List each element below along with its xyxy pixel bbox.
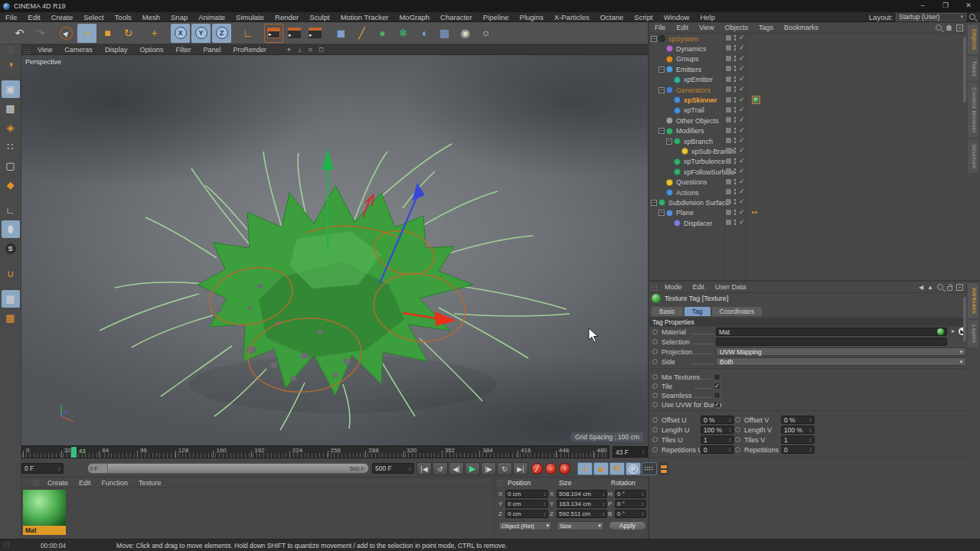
add-generator[interactable]: ● (373, 24, 392, 43)
keyframe-dot-icon[interactable] (735, 417, 740, 422)
layer-icon[interactable] (726, 66, 731, 71)
spinner-icon[interactable]: ↕ (729, 447, 732, 452)
tree-item-xpsystem[interactable]: −xpSystem✓ (649, 34, 963, 44)
key-parameter[interactable]: P (626, 462, 641, 475)
visibility-dots-icon[interactable] (733, 34, 737, 41)
visibility-dots-icon[interactable] (733, 198, 737, 205)
scale-tool[interactable]: ■ (98, 24, 117, 43)
keyframe-dot-icon[interactable] (652, 349, 658, 354)
tree-item-other-objects[interactable]: Other Objects✓ (649, 116, 963, 126)
tree-item-xpbranch[interactable]: −xpBranch✓ (649, 136, 963, 146)
goto-end[interactable]: ▶| (513, 462, 528, 475)
frame-range-slider[interactable]: 0 F 500 F (87, 463, 369, 474)
key-position[interactable]: + (577, 462, 593, 475)
menu-create[interactable]: Create (46, 13, 79, 21)
spinner-icon[interactable]: ↕ (809, 427, 812, 432)
tab-attributes[interactable]: Attributes (968, 283, 978, 318)
workplane-mode[interactable]: ◈ (2, 119, 20, 136)
mode-toolbar-grip[interactable] (7, 46, 14, 53)
mm-menu-texture[interactable]: Texture (133, 479, 167, 487)
rotation-h-field[interactable]: 0 °↕ (615, 490, 646, 498)
mm-menu-function[interactable]: Function (96, 479, 134, 487)
mix-textures-checkbox[interactable] (714, 373, 720, 380)
enabled-check-icon[interactable]: ✓ (739, 188, 745, 195)
om-menu-tags[interactable]: Tags (753, 24, 779, 31)
menu-tools[interactable]: Tools (109, 13, 137, 21)
autokeying[interactable]: ○ (545, 463, 557, 474)
keyframe-dot-icon[interactable] (652, 329, 658, 334)
spinner-icon[interactable]: ↕ (642, 511, 645, 517)
expander-icon[interactable]: − (658, 67, 665, 73)
enabled-check-icon[interactable]: ✓ (739, 76, 745, 83)
polygons-mode[interactable]: ◆ (2, 176, 20, 194)
tree-item-actions[interactable]: Actions✓ (649, 187, 963, 197)
am-menu-mode[interactable]: Mode (659, 283, 688, 291)
am-add-panel-icon[interactable]: + (956, 284, 963, 291)
spinner-icon[interactable]: ↕ (809, 417, 812, 422)
visibility-dots-icon[interactable] (733, 96, 737, 103)
rotation-b-field[interactable]: 0 °↕ (615, 510, 646, 518)
layer-icon[interactable] (726, 45, 731, 51)
visibility-dots-icon[interactable] (733, 106, 737, 113)
viewport-menu-display[interactable]: Display (99, 46, 134, 54)
lock-x-axis[interactable]: X (171, 24, 190, 43)
lock-y-axis[interactable]: Y (191, 24, 211, 43)
layer-icon[interactable] (726, 77, 731, 82)
menu-x-particles[interactable]: X-Particles (549, 13, 595, 21)
points-mode[interactable]: ∷ (2, 138, 20, 155)
viewport-menu-grip[interactable] (24, 48, 31, 55)
viewport-rotate[interactable]: ○ (306, 45, 315, 54)
start-frame-field[interactable]: 0 F ↕ (21, 463, 64, 474)
record-keyframe[interactable]: ╱ (531, 463, 543, 474)
add-primitive-cube[interactable]: ◼ (332, 24, 351, 43)
spinner-icon[interactable]: ↕ (642, 501, 645, 507)
offset-v-field[interactable]: 0 %↕ (781, 416, 815, 424)
keyframe-dot-icon[interactable] (652, 417, 658, 422)
am-scrollbar[interactable] (963, 297, 966, 341)
use-uvw-for-bump-checkbox[interactable]: ✓ (714, 401, 720, 408)
spinner-icon[interactable]: ↕ (642, 491, 645, 497)
menu-sculpt[interactable]: Sculpt (304, 13, 335, 21)
expander-icon[interactable]: − (658, 210, 665, 216)
viewport-toggle[interactable]: □ (317, 45, 325, 54)
lock-z-axis[interactable]: Z (212, 24, 231, 43)
spinner-icon[interactable]: ↕ (603, 511, 606, 517)
keyframe-dot-icon[interactable] (652, 383, 658, 389)
om-menu-bookmarks[interactable]: Bookmarks (779, 24, 824, 31)
keyframe-dot-icon[interactable] (735, 427, 740, 432)
spinner-icon[interactable]: ↕ (642, 449, 645, 455)
seamless-checkbox[interactable] (714, 392, 720, 399)
render-picture-viewer[interactable]: ▸ (285, 24, 304, 43)
tab-structure[interactable]: Structure (968, 139, 978, 173)
menu-render[interactable]: Render (270, 13, 304, 21)
length-v-field[interactable]: 100 %↕ (781, 425, 815, 434)
undo[interactable]: ↶ (10, 24, 29, 43)
menu-select[interactable]: Select (78, 13, 109, 21)
expander-icon[interactable]: − (651, 200, 657, 206)
om-menu-edit[interactable]: Edit (671, 24, 694, 31)
am-search-icon[interactable] (937, 284, 943, 290)
spinner-icon[interactable]: ↕ (603, 501, 606, 507)
search-icon[interactable] (969, 14, 975, 20)
tree-item-xpsub-branch[interactable]: xpSub-Branch✓ (649, 146, 963, 156)
workplane-snap[interactable]: ▦ (2, 290, 20, 308)
om-menu-objects[interactable]: Objects (719, 24, 753, 31)
minimize-button[interactable]: – (911, 0, 934, 12)
om-menu-view[interactable]: View (694, 24, 719, 31)
timeline-playhead[interactable] (71, 447, 77, 458)
enabled-check-icon[interactable]: ✓ (739, 96, 745, 103)
play-backwards[interactable]: ↺ (433, 462, 448, 475)
size-z-field[interactable]: 592.511 cm↕ (557, 510, 607, 518)
tab-basic[interactable]: Basic (652, 307, 683, 316)
visibility-dots-icon[interactable] (733, 127, 737, 134)
tab-layers[interactable]: Layers (968, 320, 978, 347)
material-field[interactable]: Mat (716, 328, 947, 336)
menu-edit[interactable]: Edit (22, 13, 45, 21)
position-z-field[interactable]: 0 cm↕ (505, 510, 548, 518)
enabled-check-icon[interactable]: ✓ (739, 158, 745, 165)
layer-icon[interactable] (726, 86, 731, 92)
menu-script[interactable]: Script (629, 13, 658, 21)
enabled-check-icon[interactable]: ✓ (739, 34, 745, 41)
add-environment-floor[interactable]: ▦ (435, 24, 454, 43)
tree-item-generators[interactable]: −Generators✓ (649, 85, 963, 95)
